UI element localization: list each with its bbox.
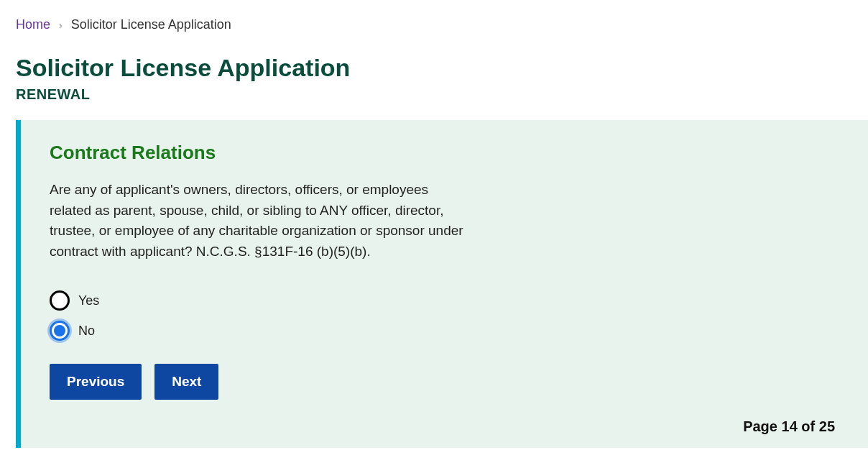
radio-label-yes: Yes <box>78 293 99 308</box>
previous-button[interactable]: Previous <box>50 364 142 400</box>
page-subtitle: RENEWAL <box>0 86 868 120</box>
next-button[interactable]: Next <box>154 364 218 400</box>
radio-label-no: No <box>78 324 95 339</box>
section-title: Contract Relations <box>50 142 835 164</box>
form-panel: Contract Relations Are any of applicant'… <box>16 120 868 448</box>
radio-group: Yes No <box>50 290 835 341</box>
button-row: Previous Next <box>50 364 835 400</box>
radio-option-yes[interactable]: Yes <box>50 290 835 311</box>
page-indicator: Page 14 of 25 <box>743 418 835 435</box>
page-title: Solicitor License Application <box>0 41 868 86</box>
chevron-right-icon: › <box>59 19 63 31</box>
breadcrumb: Home › Solicitor License Application <box>0 0 868 41</box>
breadcrumb-current: Solicitor License Application <box>71 17 231 32</box>
breadcrumb-home-link[interactable]: Home <box>16 17 50 32</box>
radio-icon <box>50 321 70 341</box>
radio-icon <box>50 290 70 311</box>
radio-option-no[interactable]: No <box>50 321 835 341</box>
question-text: Are any of applicant's owners, directors… <box>50 180 466 262</box>
